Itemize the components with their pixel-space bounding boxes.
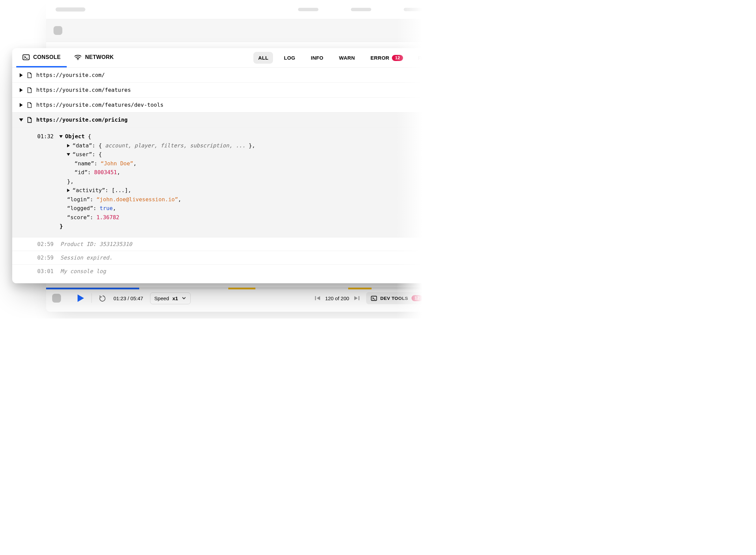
speed-label: Speed (154, 295, 169, 301)
log-timestamp: 02:59 (37, 254, 54, 261)
object-key-logged: “logged”: true, (60, 204, 255, 213)
page-row[interactable]: https://yoursite.com/ (12, 68, 434, 83)
page-url: https://yoursite.com/features/dev-tools (36, 102, 164, 108)
caret-right-icon (67, 144, 70, 147)
object-user-close: }, (60, 177, 255, 186)
filter-info[interactable]: INFO (306, 52, 328, 64)
filter-input[interactable]: Filter (416, 55, 429, 61)
skeleton-nav-item (298, 8, 318, 11)
console-object: 01:32 Object { “data”: { account, player… (12, 127, 434, 238)
object-key-user[interactable]: “user”: { (60, 150, 255, 159)
time-current: 01:23 (113, 295, 126, 301)
file-icon (27, 72, 32, 78)
filter-all[interactable]: ALL (253, 52, 273, 64)
tab-network-label: NETWORK (85, 54, 114, 60)
tab-network[interactable]: NETWORK (68, 48, 120, 67)
log-message: Product ID: 3531235310 (60, 241, 132, 247)
page-row[interactable]: https://yoursite.com/features/dev-tools (12, 98, 434, 112)
skeleton-nav-item (404, 8, 424, 11)
avatar-placeholder (54, 26, 62, 35)
page-url: https://yoursite.com/features (36, 87, 131, 93)
user-avatar (52, 294, 61, 303)
caret-down-icon (67, 153, 70, 156)
log-row[interactable]: 02:59 Product ID: 3531235310 (12, 238, 434, 251)
log-timestamp: 03:01 (37, 268, 54, 274)
time-display: 01:23 / 05:47 (113, 295, 143, 301)
log-row[interactable]: 03:01 My console log (12, 265, 434, 278)
pager-text: 120 of 200 (325, 295, 349, 301)
log-timestamp: 01:32 (37, 132, 54, 141)
caret-right-icon (20, 88, 23, 92)
devtools-badge: 12 (412, 295, 423, 301)
wifi-icon (74, 54, 82, 60)
filter-log[interactable]: LOG (279, 52, 300, 64)
object-close: } (60, 222, 255, 231)
svg-rect-0 (315, 296, 316, 300)
file-icon (27, 117, 32, 123)
object-key-score: “score”: 1.36782 (60, 213, 255, 222)
svg-point-4 (78, 59, 79, 60)
log-level-filters: ALL LOG INFO WARN ERROR 12 Filter (253, 52, 429, 64)
object-key-login: “login”: “john.doe@livesession.io”, (60, 195, 255, 204)
page-url: https://yoursite.com/pricing (36, 117, 128, 123)
rewind-button[interactable] (99, 294, 107, 302)
caret-down-icon (19, 118, 23, 121)
file-icon (27, 87, 32, 93)
log-message: Session expired. (60, 254, 112, 261)
console-icon (371, 296, 377, 301)
prev-session-button[interactable] (315, 295, 321, 301)
speed-value: x1 (172, 295, 178, 301)
object-header[interactable]: Object { (60, 132, 255, 141)
file-icon (27, 102, 32, 108)
log-message: My console log (60, 268, 106, 274)
caret-right-icon (20, 73, 23, 77)
filter-warn[interactable]: WARN (334, 52, 360, 64)
object-key-activity[interactable]: “activity”: [...], (60, 186, 255, 195)
time-total: 05:47 (130, 295, 143, 301)
devtools-label: DEV TOOLS (380, 296, 408, 301)
tab-console[interactable]: CONSOLE (16, 48, 67, 67)
devtools-panel: CONSOLE NETWORK ALL LOG INFO WARN ERROR … (12, 48, 434, 283)
replay-browser-header (46, 19, 434, 42)
chevron-down-icon (182, 296, 186, 301)
page-row[interactable]: https://yoursite.com/pricing (12, 112, 434, 127)
log-timestamp: 02:59 (37, 241, 54, 247)
devtools-toggle-button[interactable]: DEV TOOLS 12 (366, 292, 427, 304)
session-pager: 120 of 200 (315, 295, 359, 301)
page-url: https://yoursite.com/ (36, 72, 105, 78)
page-row[interactable]: https://yoursite.com/features (12, 83, 434, 98)
speed-selector[interactable]: Speed x1 (150, 292, 191, 304)
divider (91, 293, 92, 303)
filter-error[interactable]: ERROR 12 (366, 52, 408, 64)
play-button[interactable] (77, 294, 85, 303)
object-key-user-name: “name”: “John Doe”, (60, 159, 255, 168)
object-key-user-id: “id”: 8003451, (60, 168, 255, 177)
log-row[interactable]: 02:59 Session expired. (12, 251, 434, 265)
svg-rect-1 (358, 296, 359, 300)
devtools-tabbar: CONSOLE NETWORK ALL LOG INFO WARN ERROR … (12, 48, 434, 68)
caret-right-icon (20, 103, 23, 107)
caret-down-icon (59, 135, 63, 138)
error-count-badge: 12 (392, 55, 403, 61)
skeleton-title (56, 7, 85, 12)
object-key-data[interactable]: “data”: { account, player, filters, subs… (60, 141, 255, 150)
skeleton-nav-item (351, 8, 371, 11)
replay-browser-topbar (46, 0, 434, 19)
player-bar: 01:23 / 05:47 Speed x1 120 of 200 (46, 287, 434, 307)
next-session-button[interactable] (353, 295, 359, 301)
console-icon (22, 54, 30, 60)
caret-right-icon (67, 189, 70, 192)
tab-console-label: CONSOLE (33, 54, 61, 60)
console-log-area: https://yoursite.com/ https://yoursite.c… (12, 68, 434, 283)
